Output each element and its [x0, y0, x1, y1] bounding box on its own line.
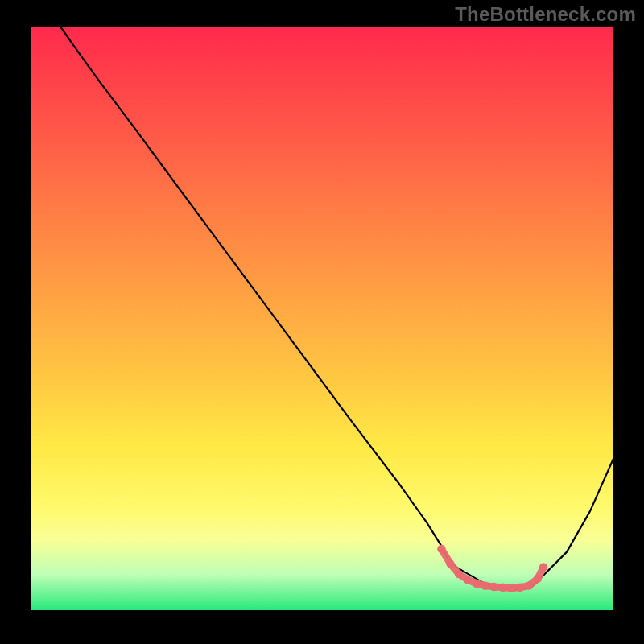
black-curve-path — [61, 27, 613, 590]
marker-dot — [489, 583, 497, 591]
marker-dot — [498, 584, 506, 592]
marker-dot — [481, 581, 489, 589]
marker-dot — [473, 580, 481, 588]
chart-stage: TheBottleneck.com — [0, 0, 644, 644]
marker-dot — [534, 575, 542, 583]
curve-layer — [31, 27, 613, 610]
marker-dot — [446, 559, 454, 568]
marker-dot — [516, 584, 524, 592]
marker-dot — [525, 581, 533, 589]
watermark-text: TheBottleneck.com — [455, 3, 636, 26]
marker-band-group — [437, 545, 547, 592]
marker-dot — [437, 545, 445, 553]
marker-dot — [539, 563, 547, 571]
marker-dot — [464, 576, 472, 584]
marker-dot — [455, 570, 463, 578]
plot-area — [31, 27, 613, 610]
marker-dot — [507, 584, 515, 592]
